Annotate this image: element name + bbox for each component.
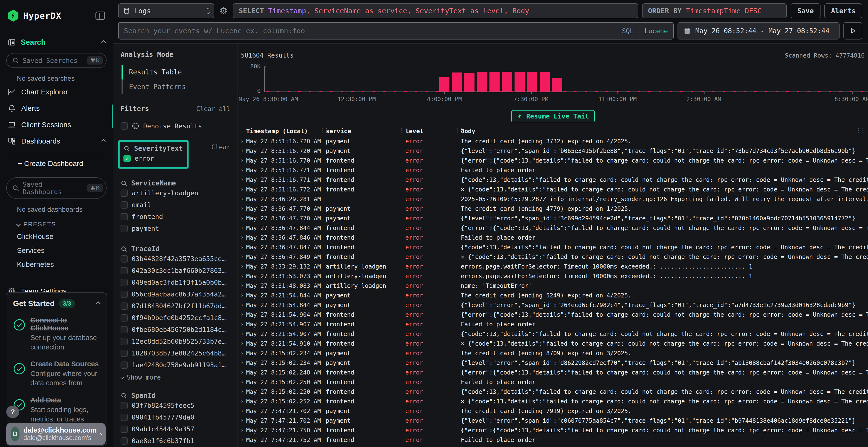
source-select[interactable]: Logs <box>118 3 214 18</box>
denoise-results-checkbox[interactable]: Denoise Results <box>121 120 230 132</box>
row-expand-icon[interactable]: › <box>238 369 246 376</box>
table-row[interactable]: › May 27 8:36:47.847 AM frontend error {… <box>238 242 868 252</box>
column-resize-handle[interactable]: ⋮⋮ <box>856 127 865 133</box>
checkbox-icon[interactable] <box>121 279 128 286</box>
filter-option[interactable]: 049ed0ac3fdb1f3f15a0b0b… <box>121 276 230 288</box>
filter-option[interactable]: payment <box>121 222 230 234</box>
filter-option[interactable]: 056cd9acbaac8637a4354a2… <box>121 288 230 300</box>
checkbox-icon[interactable] <box>121 350 128 357</box>
filter-option[interactable]: email <box>121 199 230 211</box>
filter-option[interactable]: 03f7b824595feec5 <box>121 400 230 411</box>
row-expand-icon[interactable]: › <box>238 263 246 270</box>
checkbox-icon[interactable] <box>121 122 128 130</box>
row-expand-icon[interactable]: › <box>238 379 246 385</box>
table-row[interactable]: › May 27 7:47:21.750 AM frontend error {… <box>238 425 868 435</box>
filter-option[interactable]: artillery-loadgen <box>121 187 230 199</box>
preset-clickhouse[interactable]: ClickHouse <box>6 230 106 243</box>
column-resize-handle[interactable]: ⋮⋮ <box>455 127 463 133</box>
table-row[interactable]: › May 27 8:36:47.770 AM payment error Th… <box>238 204 868 213</box>
table-row[interactable]: › May 27 8:21:54.907 AM frontend error F… <box>238 319 868 329</box>
filter-option[interactable]: 09ab1c4544c9a357 <box>121 423 230 435</box>
column-header[interactable]: ⋮⋮service <box>326 128 405 135</box>
preset-services[interactable]: Services <box>6 243 106 257</box>
table-row[interactable]: › May 27 8:21:54.844 AM payment error {"… <box>238 300 868 310</box>
save-button[interactable]: Save <box>790 3 820 18</box>
table-row[interactable]: › May 27 8:36:47.844 AM frontend error {… <box>238 223 868 233</box>
table-row[interactable]: › May 27 8:51:16.771 AM frontend error F… <box>238 165 868 175</box>
column-resize-handle[interactable]: ⋮⋮ <box>319 127 328 133</box>
table-row[interactable]: › May 27 8:15:02.252 AM frontend error ×… <box>238 397 868 406</box>
filter-option[interactable]: 07d184304627bf2f11b67dd… <box>121 300 230 312</box>
checkbox-icon[interactable] <box>121 267 128 274</box>
lucene-search-input[interactable]: Search your events w/ Lucene ex. column:… <box>118 22 674 39</box>
filter-option[interactable]: 09041fb457779da0 <box>121 411 230 423</box>
table-row[interactable]: › May 27 8:31:48.083 AM artillery-loadge… <box>238 281 868 290</box>
histogram-bar[interactable] <box>539 72 550 92</box>
row-expand-icon[interactable]: › <box>238 359 246 366</box>
histogram-bar[interactable] <box>490 72 500 92</box>
trace-show-more-button[interactable]: Show more <box>121 371 230 381</box>
table-row[interactable]: › May 27 7:47:21.702 AM payment error Th… <box>238 406 868 416</box>
table-row[interactable]: › May 27 8:21:54.904 AM frontend error {… <box>238 310 868 319</box>
checkbox-icon[interactable] <box>121 303 128 310</box>
table-row[interactable]: › May 27 8:15:02.234 AM payment error Th… <box>238 348 868 358</box>
checkbox-icon[interactable] <box>121 213 128 220</box>
checkbox-icon[interactable] <box>121 225 128 232</box>
table-row[interactable]: › May 27 8:33:29.132 AM artillery-loadge… <box>238 262 868 271</box>
filter-option[interactable]: 03b44828f42a3573ea655ce… <box>121 253 230 265</box>
row-expand-icon[interactable]: › <box>238 282 246 289</box>
get-started-item[interactable]: Create Data Sources Configure where your… <box>13 360 100 388</box>
table-row[interactable]: › May 27 8:15:02.250 AM frontend error F… <box>238 377 868 387</box>
filter-option[interactable]: 18287038b73e882425c64b8… <box>121 347 230 359</box>
checkbox-icon[interactable] <box>121 414 128 421</box>
table-row[interactable]: › May 27 8:36:47.846 AM frontend error F… <box>238 233 868 242</box>
sidebar-item-alerts[interactable]: Alerts <box>6 100 106 116</box>
table-row[interactable]: › May 27 8:21:54.844 AM payment error Th… <box>238 290 868 300</box>
time-range-picker[interactable]: May 26 08:52:44 - May 27 08:52:44 <box>678 22 840 39</box>
filter-option[interactable]: 12ec8dd52b60b9525733b7e… <box>121 336 230 347</box>
lucene-mode-toggle[interactable]: Lucene <box>644 27 668 35</box>
column-resize-handle[interactable]: ⋮⋮ <box>399 127 408 133</box>
row-expand-icon[interactable]: › <box>238 292 246 299</box>
row-expand-icon[interactable]: › <box>238 253 246 260</box>
user-menu[interactable]: D dale@clickhouse.com dale@clickhouse.co… <box>6 423 105 445</box>
table-row[interactable]: › May 27 8:51:16.771 AM frontend error {… <box>238 175 868 184</box>
chevron-up-icon[interactable] <box>101 40 105 44</box>
row-expand-icon[interactable]: › <box>238 176 246 183</box>
table-row[interactable]: › May 27 8:36:47.770 AM payment error {"… <box>238 213 868 223</box>
sql-mode-toggle[interactable]: SQL <box>622 27 633 35</box>
row-expand-icon[interactable]: › <box>238 147 246 154</box>
filter-option[interactable]: frontend <box>121 211 230 222</box>
get-started-item[interactable]: Add Data Start sending logs, metrics, or… <box>13 396 100 424</box>
select-expression-input[interactable]: SELECT Timestamp, ServiceName as service… <box>233 3 638 18</box>
checkbox-icon[interactable] <box>121 402 128 409</box>
row-expand-icon[interactable]: › <box>238 350 246 356</box>
checkbox-icon[interactable] <box>121 255 128 263</box>
row-expand-icon[interactable]: › <box>238 215 246 221</box>
filter-option-error[interactable]: ✓ error <box>123 152 183 164</box>
checkbox-icon[interactable] <box>121 437 128 445</box>
filter-option[interactable]: 0ae8e1f6c6b37fb1 <box>121 435 230 447</box>
table-row[interactable]: › May 27 8:51:16.720 AM payment error Th… <box>238 136 868 146</box>
presets-header[interactable]: PRESETS <box>17 220 106 228</box>
table-row[interactable]: › May 27 8:15:02.248 AM frontend error {… <box>238 368 868 377</box>
row-expand-icon[interactable]: › <box>238 196 246 202</box>
column-header[interactable]: Timestamp (Local) <box>246 128 326 135</box>
row-expand-icon[interactable]: › <box>238 427 246 434</box>
checkbox-icon[interactable] <box>121 190 128 197</box>
row-expand-icon[interactable]: › <box>238 417 246 424</box>
row-expand-icon[interactable]: › <box>238 205 246 212</box>
saved-dashboards-input[interactable]: Saved Dashboards ⌘K <box>6 177 106 199</box>
sidebar-item-chart-explorer[interactable]: Chart Explorer <box>6 84 106 100</box>
histogram-bar[interactable] <box>452 72 462 92</box>
clear-all-button[interactable]: Clear all <box>196 105 230 112</box>
table-row[interactable]: › May 27 8:51:16.772 AM frontend error ×… <box>238 184 868 194</box>
row-expand-icon[interactable]: › <box>238 186 246 193</box>
preset-kubernetes[interactable]: Kubernetes <box>6 257 106 271</box>
sidebar-item-client-sessions[interactable]: Client Sessions <box>6 116 106 133</box>
get-started-item[interactable]: Connect to ClickHouse Set up your databa… <box>13 316 100 352</box>
table-row[interactable]: › May 27 7:47:21.702 AM payment error {"… <box>238 416 868 425</box>
table-row[interactable]: › May 27 8:21:54.907 AM frontend error {… <box>238 329 868 339</box>
analysis-mode-option[interactable]: Results Table <box>122 65 230 79</box>
table-row[interactable]: › May 27 8:51:16.720 AM payment error {"… <box>238 146 868 156</box>
